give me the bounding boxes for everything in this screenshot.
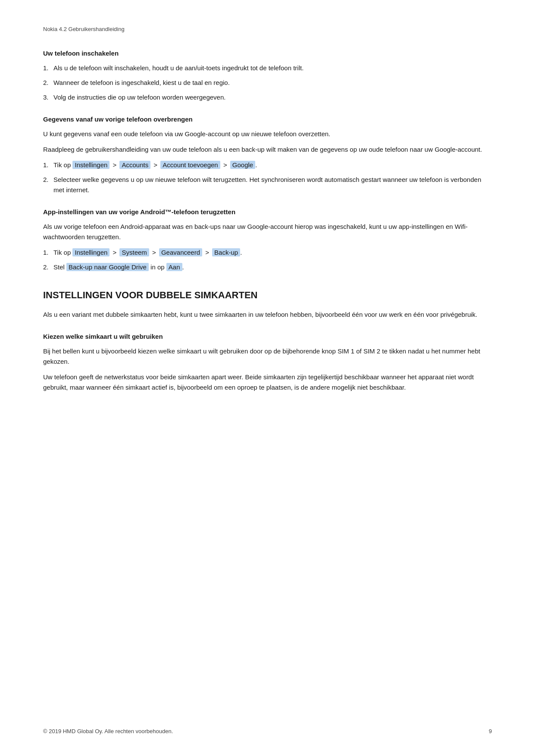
section-title-gegevens: Gegevens vanaf uw vorige telefoon overbr… xyxy=(43,116,492,123)
page-header: Nokia 4.2 Gebruikershandleiding xyxy=(43,26,492,32)
paragraph: U kunt gegevens vanaf een oude telefoon … xyxy=(43,129,492,139)
section-kiezen-simkaart: Kiezen welke simkaart u wilt gebruiken B… xyxy=(43,333,492,393)
steps-list-uw-telefoon: 1. Als u de telefoon wilt inschakelen, h… xyxy=(43,63,492,103)
section-gegevens: Gegevens vanaf uw vorige telefoon overbr… xyxy=(43,116,492,195)
step-content: Als u de telefoon wilt inschakelen, houd… xyxy=(53,63,492,73)
step-number: 1. xyxy=(43,63,53,73)
paragraph: Raadpleeg de gebruikershandleiding van u… xyxy=(43,144,492,155)
section-app-instellingen: App-instellingen van uw vorige Android™-… xyxy=(43,208,492,272)
highlight-account-toevoegen: Account toevoegen xyxy=(160,161,220,169)
step-content: Volg de instructies die op uw telefoon w… xyxy=(53,92,492,103)
step-content: Selecteer welke gegevens u op uw nieuwe … xyxy=(53,175,492,195)
list-item: 3. Volg de instructies die op uw telefoo… xyxy=(43,92,492,103)
paragraph: Uw telefoon geeft de netwerkstatus voor … xyxy=(43,372,492,393)
page-footer: © 2019 HMD Global Oy. Alle rechten voorb… xyxy=(43,728,492,734)
section-title-kiezen: Kiezen welke simkaart u wilt gebruiken xyxy=(43,333,492,340)
paragraph: Bij het bellen kunt u bijvoorbeeld kieze… xyxy=(43,346,492,367)
list-item: 2. Wanneer de telefoon is ingeschakeld, … xyxy=(43,78,492,88)
highlight-accounts: Accounts xyxy=(119,161,150,169)
section-dubbele-simkaarten: INSTELLINGEN VOOR DUBBELE SIMKAARTEN Als… xyxy=(43,290,492,320)
paragraph: Als u een variant met dubbele simkaarten… xyxy=(43,309,492,320)
step-number: 1. xyxy=(43,247,53,258)
step-content: Wanneer de telefoon is ingeschakeld, kie… xyxy=(53,78,492,88)
step-content: Stel Back-up naar Google Drive in op Aan… xyxy=(53,262,492,272)
section-title-uw-telefoon: Uw telefoon inschakelen xyxy=(43,50,492,57)
list-item: 1. Tik op Instellingen > Accounts > Acco… xyxy=(43,160,492,170)
header-title: Nokia 4.2 Gebruikershandleiding xyxy=(43,26,125,32)
step-content: Tik op Instellingen > Accounts > Account… xyxy=(53,160,492,170)
highlight-geavanceerd: Geavanceerd xyxy=(159,248,202,256)
steps-list-app: 1. Tik op Instellingen > Systeem > Geava… xyxy=(43,247,492,272)
list-item: 1. Tik op Instellingen > Systeem > Geava… xyxy=(43,247,492,258)
footer-page-number: 9 xyxy=(489,728,492,734)
highlight-aan: Aan xyxy=(166,263,182,271)
step-number: 2. xyxy=(43,78,53,88)
steps-list-gegevens: 1. Tik op Instellingen > Accounts > Acco… xyxy=(43,160,492,195)
step-content: Tik op Instellingen > Systeem > Geavance… xyxy=(53,247,492,258)
step-number: 2. xyxy=(43,262,53,272)
step-number: 2. xyxy=(43,175,53,185)
highlight-instellingen2: Instellingen xyxy=(72,248,110,256)
highlight-backup: Back-up xyxy=(212,248,240,256)
section-title-app-instellingen: App-instellingen van uw vorige Android™-… xyxy=(43,208,492,216)
highlight-systeem: Systeem xyxy=(119,248,149,256)
step-number: 3. xyxy=(43,92,53,103)
highlight-google: Google xyxy=(230,161,255,169)
list-item: 1. Als u de telefoon wilt inschakelen, h… xyxy=(43,63,492,73)
highlight-backup-google: Back-up naar Google Drive xyxy=(66,263,149,271)
highlight-instellingen: Instellingen xyxy=(72,161,110,169)
section-uw-telefoon: Uw telefoon inschakelen 1. Als u de tele… xyxy=(43,50,492,103)
list-item: 2. Selecteer welke gegevens u op uw nieu… xyxy=(43,175,492,195)
footer-copyright: © 2019 HMD Global Oy. Alle rechten voorb… xyxy=(43,728,173,734)
paragraph: Als uw vorige telefoon een Android-appar… xyxy=(43,222,492,242)
step-number: 1. xyxy=(43,160,53,170)
list-item: 2. Stel Back-up naar Google Drive in op … xyxy=(43,262,492,272)
section-title-dubbele-simkaarten: INSTELLINGEN VOOR DUBBELE SIMKAARTEN xyxy=(43,290,492,301)
